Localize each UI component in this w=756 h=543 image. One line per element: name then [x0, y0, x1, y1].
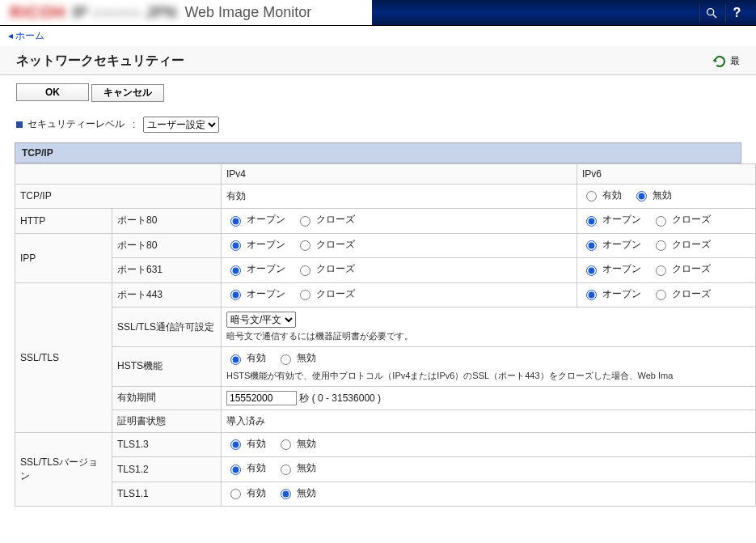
ssl443-ipv4-open[interactable]: オープン — [226, 287, 285, 301]
ssl443-ipv6-open[interactable]: オープン — [582, 287, 641, 301]
http-ipv4-open[interactable]: オープン — [226, 213, 285, 227]
row-ipp-label: IPP — [15, 233, 112, 282]
ssl-permit-hint: 暗号文で通信するには機器証明書が必要です。 — [226, 330, 750, 342]
row-cert-value: 導入済み — [222, 409, 756, 432]
row-ssl-permit-label: SSL/TLS通信許可設定 — [112, 308, 222, 347]
button-row: OK キャンセル — [0, 75, 756, 110]
tls13-enable[interactable]: 有効 — [226, 437, 266, 451]
row-ipp631-ipv6: オープン クローズ — [577, 258, 756, 283]
bullet-icon — [16, 121, 23, 128]
validity-input[interactable] — [226, 391, 297, 405]
row-http-port: ポート80 — [112, 209, 222, 234]
row-tcpip-label: TCP/IP — [15, 184, 222, 209]
tls12-enable[interactable]: 有効 — [226, 461, 266, 475]
row-tls12-val: 有効 無効 — [222, 457, 756, 482]
row-tls11: TLS1.1 有効 無効 — [15, 481, 756, 507]
section-header-tcpip: TCP/IP — [15, 142, 741, 163]
ipp631-ipv4-open[interactable]: オープン — [226, 262, 285, 276]
ssl-permit-select[interactable]: 暗号文/平文 — [226, 312, 296, 328]
row-ipp80-ipv6: オープン クローズ — [577, 233, 756, 258]
hsts-enable[interactable]: 有効 — [226, 351, 266, 365]
tcpip-ipv6-disable[interactable]: 無効 — [632, 189, 672, 202]
col-ipv6: IPv6 — [577, 163, 756, 184]
row-ssltls-port443: ポート443 — [112, 282, 222, 308]
row-tcpip-ipv4: 有効 — [222, 184, 577, 209]
ipp80-ipv4-open[interactable]: オープン — [226, 238, 285, 252]
row-ipp631-ipv4: オープン クローズ — [222, 258, 577, 283]
colon: : — [133, 119, 135, 130]
brand-text: RICOH — [10, 3, 65, 22]
row-http-label: HTTP — [15, 209, 112, 234]
app-title: Web Image Monitor — [184, 4, 311, 21]
tcpip-ipv6-enable[interactable]: 有効 — [582, 189, 622, 202]
ssl443-ipv6-close[interactable]: クローズ — [652, 287, 711, 301]
row-ipp-port80: ポート80 — [112, 233, 222, 258]
cancel-button[interactable]: キャンセル — [91, 84, 164, 102]
ok-button[interactable]: OK — [16, 83, 89, 101]
row-validity-label: 有効期間 — [112, 386, 222, 409]
ipp80-ipv6-close[interactable]: クローズ — [652, 238, 711, 252]
row-ssl443-ipv4: オープン クローズ — [222, 282, 577, 308]
table-corner — [15, 163, 222, 184]
row-ver-label: SSL/TLSバージョン — [15, 432, 112, 507]
security-level-row: セキュリティーレベル : ユーザー設定 — [0, 110, 756, 139]
row-tls13-label: TLS1.3 — [112, 432, 222, 457]
row-ssl-permit: SSL/TLS通信許可設定 暗号文/平文 暗号文で通信するには機器証明書が必要で… — [15, 308, 756, 347]
row-validity: 有効期間 秒 ( 0 - 31536000 ) — [15, 386, 756, 409]
row-ssl443-ipv6: オープン クローズ — [577, 282, 756, 308]
top-icons: ? — [699, 4, 748, 22]
breadcrumb: ◂ ホーム — [0, 26, 756, 46]
row-ssltls-label: SSL/TLS — [15, 282, 112, 432]
top-bar: RICOH IP ○○○○○ JPN Web Image Monitor ? — [0, 0, 756, 26]
title-row: ネットワークセキュリティー 最 — [0, 46, 756, 75]
row-ipp-port631: ポート631 — [112, 258, 222, 283]
row-tcpip-ipv6: 有効 無効 — [577, 184, 756, 209]
row-ipp-631: ポート631 オープン クローズ オープン クローズ — [15, 258, 756, 283]
row-ssl-443: SSL/TLS ポート443 オープン クローズ オープン クローズ — [15, 282, 756, 308]
row-http-ipv6: オープン クローズ — [577, 209, 756, 234]
http-ipv6-open[interactable]: オープン — [582, 213, 641, 227]
hsts-hint: HSTS機能が有効で、使用中プロトコル（IPv4またはIPv6）のSSL（ポート… — [226, 370, 750, 382]
tls12-disable[interactable]: 無効 — [277, 461, 316, 475]
ssl443-ipv4-close[interactable]: クローズ — [296, 287, 355, 301]
home-link[interactable]: ◂ ホーム — [8, 30, 44, 41]
col-ipv4: IPv4 — [222, 163, 577, 184]
row-hsts: HSTS機能 有効 無効 HSTS機能が有効で、使用中プロトコル（IPv4または… — [15, 347, 756, 387]
row-tls12-label: TLS1.2 — [112, 457, 222, 482]
ipp631-ipv6-open[interactable]: オープン — [582, 262, 641, 276]
http-ipv6-close[interactable]: クローズ — [652, 213, 711, 227]
search-icon[interactable] — [699, 4, 722, 22]
row-tls12: TLS1.2 有効 無効 — [15, 457, 756, 482]
row-ipp-80: IPP ポート80 オープン クローズ オープン クローズ — [15, 233, 756, 258]
page-title: ネットワークセキュリティー — [16, 53, 712, 70]
security-level-select[interactable]: ユーザー設定 — [143, 117, 219, 133]
svg-point-0 — [707, 8, 713, 15]
tls11-enable[interactable]: 有効 — [226, 486, 266, 500]
ipp80-ipv6-open[interactable]: オープン — [582, 238, 641, 252]
row-tls13-val: 有効 無効 — [222, 432, 756, 457]
row-tls11-val: 有効 無効 — [222, 481, 756, 507]
row-hsts-val: 有効 無効 HSTS機能が有効で、使用中プロトコル（IPv4またはIPv6）のS… — [222, 347, 756, 387]
hsts-disable[interactable]: 無効 — [277, 351, 316, 365]
ipp631-ipv6-close[interactable]: クローズ — [652, 262, 711, 276]
row-cert: 証明書状態 導入済み — [15, 409, 756, 432]
top-bar-left: RICOH IP ○○○○○ JPN Web Image Monitor — [0, 0, 372, 25]
refresh-icon[interactable] — [712, 54, 727, 69]
row-http: HTTP ポート80 オープン クローズ オープン クローズ — [15, 209, 756, 234]
svg-line-1 — [713, 15, 716, 18]
row-http-ipv4: オープン クローズ — [222, 209, 577, 234]
row-ipp80-ipv4: オープン クローズ — [222, 233, 577, 258]
ipp80-ipv4-close[interactable]: クローズ — [296, 238, 355, 252]
model-text: IP ○○○○○ JPN — [72, 3, 176, 22]
ipp631-ipv4-close[interactable]: クローズ — [296, 262, 355, 276]
config-table: IPv4 IPv6 TCP/IP 有効 有効 無効 HTTP ポート80 オープ… — [15, 163, 756, 507]
row-tls11-label: TLS1.1 — [112, 481, 222, 507]
row-cert-label: 証明書状態 — [112, 409, 222, 432]
tls13-disable[interactable]: 無効 — [277, 437, 316, 451]
help-icon[interactable]: ? — [725, 4, 748, 22]
row-tcpip: TCP/IP 有効 有効 無効 — [15, 184, 756, 209]
http-ipv4-close[interactable]: クローズ — [296, 213, 355, 227]
row-ssl-permit-val: 暗号文/平文 暗号文で通信するには機器証明書が必要です。 — [222, 308, 756, 347]
tls11-disable[interactable]: 無効 — [277, 486, 316, 500]
validity-unit: 秒 ( 0 - 31536000 ) — [299, 392, 381, 404]
